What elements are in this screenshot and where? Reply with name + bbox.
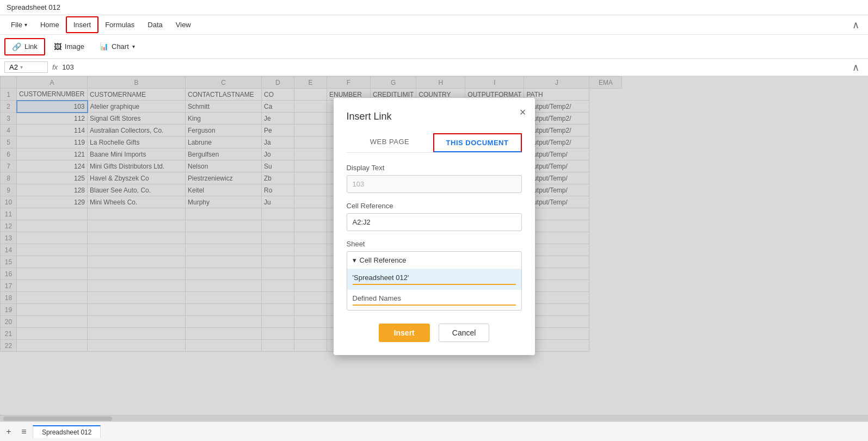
- app-title: Spreadsheet 012: [7, 3, 60, 11]
- sheet-list-item-spreadsheet[interactable]: 'Spreadsheet 012': [347, 269, 521, 289]
- formula-bar: A2 ▾ fx 103 ∧: [0, 59, 868, 76]
- display-text-input[interactable]: [347, 175, 522, 193]
- title-bar: Spreadsheet 012: [0, 0, 868, 15]
- sheet-list-header[interactable]: ▾ Cell Reference: [347, 252, 521, 269]
- cell-ref-chevron-icon: ▾: [20, 64, 23, 70]
- link-icon: 🔗: [12, 42, 21, 51]
- chart-icon: 📊: [100, 42, 108, 51]
- cell-reference-input[interactable]: [347, 213, 522, 231]
- menu-bar: File ▾ Home Insert Formulas Data View ∧: [0, 15, 868, 35]
- menu-data[interactable]: Data: [141, 17, 169, 32]
- image-button[interactable]: 🖼 Image: [47, 39, 91, 54]
- chevron-down-icon: ▾: [353, 256, 356, 264]
- tab-this-document[interactable]: THIS DOCUMENT: [433, 133, 522, 152]
- cell-reference-field-label: Cell Reference: [347, 202, 522, 210]
- chart-button[interactable]: 📊 Chart ▾: [93, 39, 141, 54]
- menu-view[interactable]: View: [169, 17, 198, 32]
- tab-web-page[interactable]: WEB PAGE: [347, 133, 433, 152]
- dialog-close-button[interactable]: ×: [520, 107, 526, 117]
- display-text-label: Display Text: [347, 164, 522, 172]
- fx-label: fx: [52, 63, 58, 71]
- menu-file[interactable]: File ▾: [4, 17, 34, 32]
- image-icon: 🖼: [54, 42, 61, 51]
- sheet-list: ▾ Cell Reference 'Spreadsheet 012' Defin…: [347, 251, 522, 310]
- menu-home[interactable]: Home: [34, 17, 66, 32]
- menu-formulas[interactable]: Formulas: [99, 17, 141, 32]
- formula-bar-expand-btn[interactable]: ∧: [848, 61, 864, 73]
- window-collapse-btn[interactable]: ∧: [848, 19, 864, 31]
- dialog-buttons: Insert Cancel: [347, 324, 522, 342]
- spreadsheet-area: A B C D E F G H I J EMA 1CUSTOMERNUMBERC…: [0, 76, 868, 421]
- add-sheet-button[interactable]: +: [2, 425, 15, 438]
- sheet-tab-spreadsheet012[interactable]: Spreadsheet 012: [33, 425, 101, 438]
- cell-reference-box[interactable]: A2 ▾: [4, 61, 48, 73]
- sheet-list-item-defined-names[interactable]: Defined Names: [347, 290, 521, 310]
- sheet-label: Sheet: [347, 240, 522, 248]
- menu-insert[interactable]: Insert: [66, 16, 99, 33]
- bottom-bar: + ≡ Spreadsheet 012: [0, 421, 868, 441]
- dialog-tabs: WEB PAGE THIS DOCUMENT: [347, 133, 522, 153]
- toolbar: 🔗 Link 🖼 Image 📊 Chart ▾: [0, 35, 868, 59]
- modal-backdrop: Insert Link × WEB PAGE THIS DOCUMENT Dis…: [0, 76, 868, 421]
- dialog-title: Insert Link: [347, 111, 522, 122]
- formula-value: 103: [62, 63, 74, 71]
- cancel-button[interactable]: Cancel: [439, 324, 490, 342]
- sheet-menu-button[interactable]: ≡: [17, 425, 30, 438]
- insert-link-dialog: Insert Link × WEB PAGE THIS DOCUMENT Dis…: [334, 98, 535, 355]
- chart-chevron-icon: ▾: [132, 44, 135, 49]
- link-button[interactable]: 🔗 Link: [4, 38, 45, 55]
- insert-button[interactable]: Insert: [379, 324, 430, 342]
- file-chevron-icon: ▾: [24, 22, 27, 28]
